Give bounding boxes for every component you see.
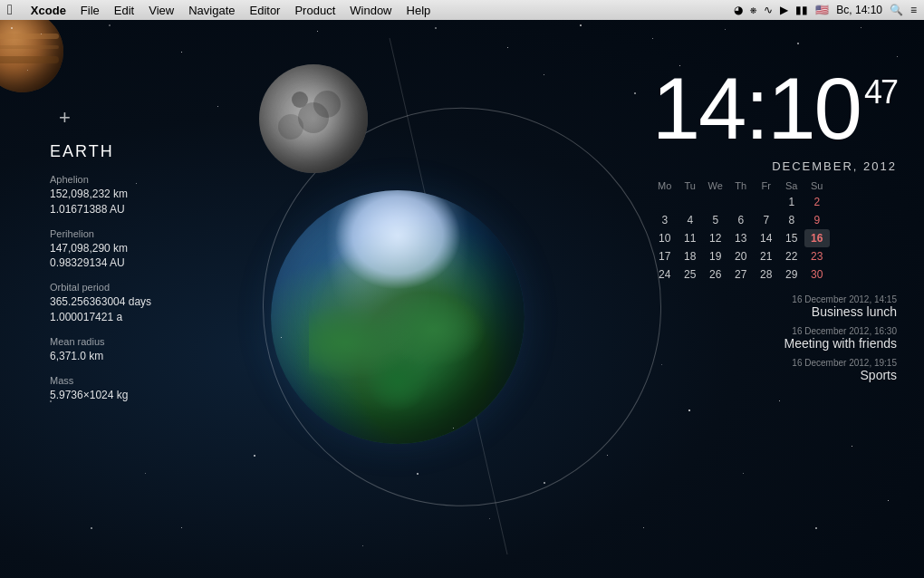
event-title: Meeting with friends bbox=[652, 336, 897, 351]
cal-day[interactable]: 5 bbox=[703, 211, 728, 229]
event-title: Sports bbox=[652, 368, 897, 382]
cal-day[interactable]: 4 bbox=[678, 211, 703, 229]
cal-day[interactable]: 8 bbox=[779, 211, 804, 229]
apple-menu[interactable]:  bbox=[7, 2, 13, 18]
radius-label: Mean radius bbox=[50, 336, 151, 347]
star bbox=[652, 38, 653, 39]
cal-day[interactable]: 6 bbox=[728, 211, 754, 229]
event-date: 16 December 2012, 14:15 bbox=[652, 294, 897, 304]
star bbox=[181, 52, 182, 53]
star bbox=[27, 70, 28, 71]
add-icon[interactable]: + bbox=[59, 106, 71, 130]
jupiter-planet bbox=[0, 20, 63, 92]
cal-header-tu: Tu bbox=[678, 178, 703, 193]
list-icon[interactable]: ≡ bbox=[910, 4, 917, 16]
star bbox=[145, 473, 146, 474]
star bbox=[897, 56, 898, 57]
aphelion-value2: 1.01671388 AU bbox=[50, 202, 151, 217]
cal-header-su: Su bbox=[804, 178, 830, 193]
cal-day[interactable]: 21 bbox=[754, 247, 779, 265]
cal-header-mo: Mo bbox=[652, 178, 678, 193]
cal-day[interactable]: 7 bbox=[754, 211, 779, 229]
star bbox=[435, 27, 437, 29]
cal-day[interactable]: 10 bbox=[652, 229, 678, 247]
menu-navigate[interactable]: Navigate bbox=[181, 0, 242, 20]
star bbox=[91, 527, 92, 529]
perihelion-value1: 147,098,290 km bbox=[50, 241, 151, 256]
cal-day[interactable]: 3 bbox=[652, 211, 678, 229]
search-icon[interactable]: 🔍 bbox=[890, 4, 903, 16]
cal-day[interactable]: 11 bbox=[678, 229, 703, 247]
event-date: 16 December 2012, 19:15 bbox=[652, 358, 897, 368]
cal-day[interactable]: 14 bbox=[754, 229, 779, 247]
aphelion-block: Aphelion 152,098,232 km 1.01671388 AU bbox=[50, 174, 151, 217]
star bbox=[643, 527, 644, 528]
orbital-period-block: Orbital period 365.256363004 days 1.0000… bbox=[50, 282, 151, 325]
cal-day[interactable]: 26 bbox=[703, 265, 728, 284]
cal-day[interactable]: 17 bbox=[652, 247, 678, 265]
menu-xcode[interactable]: Xcode bbox=[24, 0, 73, 20]
event-title: Business lunch bbox=[652, 304, 897, 319]
star bbox=[453, 428, 454, 429]
calendar-month: DECEMBER, 2012 bbox=[652, 159, 897, 173]
cal-day[interactable]: 23 bbox=[804, 247, 830, 265]
menu-product[interactable]: Product bbox=[287, 0, 342, 20]
mass-value: 5.9736×1024 kg bbox=[50, 388, 151, 403]
star bbox=[489, 518, 490, 519]
cal-day[interactable]: 30 bbox=[804, 265, 830, 284]
cal-header-th: Th bbox=[728, 178, 754, 193]
star bbox=[725, 29, 726, 30]
earth bbox=[271, 190, 525, 444]
wifi-signal-icon: ∿ bbox=[764, 4, 773, 16]
cal-day[interactable]: 29 bbox=[779, 265, 804, 284]
flag-icon: 🇺🇸 bbox=[815, 4, 829, 16]
star bbox=[217, 106, 218, 107]
space-scene: + EARTH Aphelion 152,098,232 km 1.016713… bbox=[0, 20, 924, 578]
menu-editor[interactable]: Editor bbox=[242, 0, 287, 20]
star bbox=[362, 545, 363, 546]
menu-window[interactable]: Window bbox=[342, 0, 399, 20]
perihelion-block: Perihelion 147,098,290 km 0.98329134 AU bbox=[50, 228, 151, 272]
star bbox=[417, 473, 419, 475]
cal-day[interactable]: 24 bbox=[652, 265, 678, 284]
battery-icon: ▮▮ bbox=[795, 4, 808, 16]
star bbox=[607, 455, 608, 456]
star bbox=[109, 24, 111, 26]
cal-day[interactable]: 1 bbox=[779, 193, 804, 211]
star bbox=[254, 455, 255, 457]
star bbox=[679, 65, 680, 66]
star bbox=[50, 400, 52, 402]
cal-day[interactable]: 12 bbox=[703, 229, 728, 247]
star bbox=[688, 409, 690, 411]
orbital-label: Orbital period bbox=[50, 282, 151, 293]
cal-day[interactable]: 18 bbox=[678, 247, 703, 265]
cal-header-fr: Fr bbox=[754, 178, 779, 193]
cal-day[interactable]: 28 bbox=[754, 265, 779, 284]
cal-day[interactable]: 20 bbox=[728, 247, 754, 265]
mass-block: Mass 5.9736×1024 kg bbox=[50, 375, 151, 403]
star bbox=[815, 527, 817, 529]
star bbox=[797, 43, 799, 44]
cal-day[interactable]: 27 bbox=[728, 265, 754, 284]
cal-day[interactable]: 13 bbox=[728, 229, 754, 247]
menu-file[interactable]: File bbox=[73, 0, 107, 20]
earth-container bbox=[271, 190, 543, 462]
menu-edit[interactable]: Edit bbox=[107, 0, 141, 20]
menu-view[interactable]: View bbox=[141, 0, 181, 20]
cal-day[interactable]: 16 bbox=[804, 229, 830, 247]
cal-day[interactable]: 2 bbox=[804, 193, 830, 211]
bluetooth-icon: ⎈ bbox=[750, 4, 756, 16]
cal-day[interactable]: 22 bbox=[779, 247, 804, 265]
cal-day[interactable]: 15 bbox=[779, 229, 804, 247]
cal-day[interactable]: 19 bbox=[703, 247, 728, 265]
menu-help[interactable]: Help bbox=[399, 0, 438, 20]
star bbox=[580, 24, 582, 26]
star bbox=[888, 500, 889, 501]
cal-day[interactable]: 25 bbox=[678, 265, 703, 284]
star bbox=[861, 27, 861, 28]
star bbox=[743, 473, 744, 474]
aphelion-value1: 152,098,232 km bbox=[50, 187, 151, 202]
perihelion-label: Perihelion bbox=[50, 228, 151, 239]
cal-day[interactable]: 9 bbox=[804, 211, 830, 229]
cal-header-we: We bbox=[703, 178, 728, 193]
